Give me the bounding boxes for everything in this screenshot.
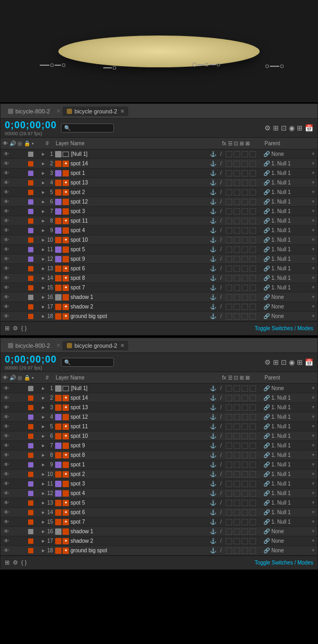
parent-dropdown-arrow[interactable]: ▼ [311,304,315,309]
anchor-icon[interactable]: ⚓ [209,528,217,534]
anchor-icon[interactable]: ⚓ [209,294,217,300]
parent-dropdown-arrow[interactable]: ▼ [311,171,315,175]
switch-2[interactable] [242,452,248,458]
switch-3[interactable] [250,161,256,167]
expand-triangle[interactable]: ▶ [42,248,45,252]
switch-3[interactable] [250,500,256,506]
switch-1[interactable] [234,509,240,516]
switch-1[interactable] [234,424,240,430]
anchor-icon[interactable]: ⚓ [209,395,217,401]
eye-icon[interactable]: 👁 [3,528,10,534]
switch-2[interactable] [242,395,248,401]
switch-0[interactable] [226,414,232,420]
toolbar-icon-2f[interactable]: 📅 [305,358,313,366]
toolbar-icon-2d[interactable]: ◉ [289,358,295,366]
layer-row[interactable]: 👁 ▶9spot 1⚓/🔗1. Null 1▼ [1,460,317,470]
switch-3[interactable] [250,548,256,554]
pen-icon[interactable]: / [217,208,225,214]
pen-icon[interactable]: / [217,161,225,166]
expand-triangle[interactable]: ▶ [42,453,45,457]
link-icon[interactable]: 🔗 [263,385,270,391]
eye-icon[interactable]: 👁 [3,237,10,243]
expand-triangle[interactable]: ▶ [42,209,45,214]
switch-2[interactable] [242,481,248,487]
switch-0[interactable] [226,304,232,310]
parent-dropdown-arrow[interactable]: ▼ [311,424,315,429]
pen-icon[interactable]: / [217,433,225,439]
switch-1[interactable] [234,246,240,253]
switch-3[interactable] [250,385,256,392]
tab-bicycle-ground-2-1[interactable]: bicycle ground-2 ≡ [63,107,128,116]
layer-row[interactable]: 👁 ▶13✦spot 6⚓/🔗1. Null 1▼ [1,264,317,274]
switch-0[interactable] [226,433,232,439]
eye-icon[interactable]: 👁 [3,385,10,391]
expand-triangle[interactable]: ▶ [42,405,45,410]
expand-triangle[interactable]: ▶ [42,267,45,271]
parent-dropdown-arrow[interactable]: ▼ [311,405,315,410]
settings-icon-2[interactable]: ⚙ [13,559,18,566]
parent-dropdown-arrow[interactable]: ▼ [311,472,315,477]
parent-dropdown-arrow[interactable]: ▼ [311,539,315,543]
parent-dropdown-arrow[interactable]: ▼ [311,295,315,299]
pen-icon[interactable]: / [217,246,225,252]
switch-2[interactable] [242,414,248,420]
switch-1[interactable] [234,395,240,401]
expand-triangle[interactable]: ▶ [42,425,45,429]
anchor-icon[interactable]: ⚓ [209,424,217,429]
tab-menu-icon-1[interactable]: ≡ [121,108,124,114]
expand-triangle[interactable]: ▶ [42,286,45,290]
layer-row[interactable]: 👁 ▶14✦spot 8⚓/🔗1. Null 1▼ [1,274,317,283]
parent-dropdown-arrow[interactable]: ▼ [311,247,315,252]
switch-2[interactable] [242,462,248,468]
eye-icon[interactable]: 👁 [3,313,10,319]
layer-row[interactable]: 👁 ▶3✦spot 13⚓/🔗1. Null 1▼ [1,403,317,412]
switch-3[interactable] [250,509,256,516]
switch-0[interactable] [226,443,232,449]
switch-0[interactable] [226,227,232,234]
switch-3[interactable] [250,285,256,291]
pen-icon[interactable]: / [217,227,225,233]
switch-2[interactable] [242,548,248,554]
script-icon-1[interactable]: { } [21,325,26,332]
switch-1[interactable] [234,462,240,468]
eye-icon[interactable]: 👁 [3,189,10,195]
switch-0[interactable] [226,519,232,525]
layer-row[interactable]: 👁 ▶14✦spot 6⚓/🔗1. Null 1▼ [1,508,317,517]
parent-dropdown-arrow[interactable]: ▼ [311,453,315,457]
eye-icon[interactable]: 👁 [3,170,10,176]
switch-0[interactable] [226,246,232,253]
parent-dropdown-arrow[interactable]: ▼ [311,161,315,166]
parent-dropdown-arrow[interactable]: ▼ [311,257,315,261]
switch-0[interactable] [226,538,232,544]
switch-3[interactable] [250,471,256,478]
eye-icon[interactable]: 👁 [3,285,10,290]
switch-3[interactable] [250,538,256,544]
search-box-2[interactable]: 🔍 [61,358,114,367]
link-icon[interactable]: 🔗 [263,424,270,429]
anchor-icon[interactable]: ⚓ [209,161,217,166]
eye-icon[interactable]: 👁 [3,199,10,205]
eye-icon[interactable]: 👁 [3,452,10,458]
pen-icon[interactable]: / [217,452,225,458]
switch-2[interactable] [242,433,248,439]
switch-2[interactable] [242,208,248,215]
eye-icon[interactable]: 👁 [3,471,10,477]
eye-icon[interactable]: 👁 [3,294,10,300]
expand-triangle[interactable]: ▶ [42,539,45,543]
parent-dropdown-arrow[interactable]: ▼ [311,209,315,214]
switch-3[interactable] [250,275,256,281]
eye-icon[interactable]: 👁 [3,227,10,233]
eye-icon[interactable]: 👁 [3,266,10,271]
link-icon[interactable]: 🔗 [263,275,270,281]
eye-icon[interactable]: 👁 [3,275,10,281]
eye-icon[interactable]: 👁 [3,519,10,525]
switch-1[interactable] [234,180,240,186]
switch-0[interactable] [226,404,232,411]
switch-0[interactable] [226,294,232,301]
switch-1[interactable] [234,481,240,487]
parent-dropdown-arrow[interactable]: ▼ [311,228,315,233]
expand-triangle[interactable]: ▶ [42,510,45,515]
layer-row[interactable]: 👁 ▶5✦spot 11⚓/🔗1. Null 1▼ [1,422,317,431]
eye-icon[interactable]: 👁 [3,433,10,439]
pen-icon[interactable]: / [217,266,225,271]
